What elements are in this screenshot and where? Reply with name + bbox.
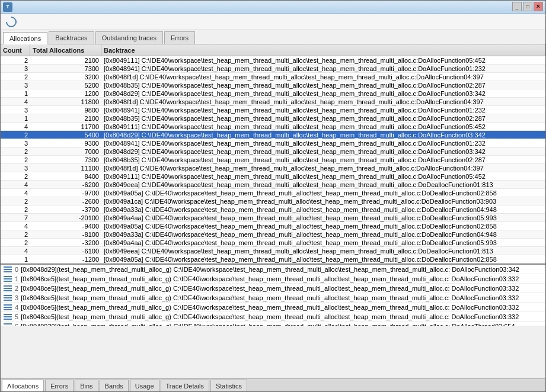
cell-total: -3200 — [30, 239, 101, 246]
stack-icon — [3, 314, 12, 320]
cell-backtrace: [0x8049111] C:\IDE40\workspace\test_heap… — [101, 56, 545, 64]
cell-backtrace: [0x8048f1d] C:\IDE40\workspace\test_heap… — [101, 98, 545, 105]
cell-count: 2 — [1, 73, 30, 81]
refresh-button[interactable] — [4, 15, 18, 28]
minimize-button[interactable]: _ — [512, 2, 522, 11]
item-text: [0x8048ce5](test_heap_mem_thread_multi_a… — [21, 294, 519, 301]
allocations-table-area: Count Total Allocations Backtrace 22100[… — [1, 44, 545, 264]
maximize-button[interactable]: □ — [523, 2, 532, 11]
bottom-item[interactable]: 1[0x8048ce5](test_heap_mem_thread_multi_… — [1, 274, 545, 284]
title-bar: T _ □ ✕ — [1, 1, 545, 14]
table-row[interactable]: 23200[0x8048f1d] C:\IDE40\workspace\test… — [1, 73, 545, 81]
status-tab-statistics[interactable]: Statistics — [210, 380, 247, 391]
table-row[interactable]: 22100[0x8049111] C:\IDE40\workspace\test… — [1, 56, 545, 65]
cell-backtrace: [0x8048b35] C:\IDE40\workspace\test_heap… — [101, 156, 545, 163]
cell-backtrace: [0x8048b35] C:\IDE40\workspace\test_heap… — [101, 114, 545, 122]
cell-backtrace: [0x8049a05a] C:\IDE40\workspace\test_hea… — [101, 189, 545, 197]
stack-icon — [3, 285, 12, 291]
status-tab-usage[interactable]: Usage — [130, 380, 159, 391]
cell-total: 2100 — [30, 114, 101, 122]
table-row[interactable]: 411700[0x8049111] C:\IDE40\workspace\tes… — [1, 123, 545, 131]
item-index: 2 — [15, 285, 18, 292]
bottom-item[interactable]: 4[0x8048ce5](test_heap_mem_thread_multi_… — [1, 303, 545, 312]
cell-count: 7 — [1, 214, 30, 221]
cell-count: 2 — [1, 239, 30, 246]
cell-total: 9300 — [30, 139, 101, 147]
toolbar — [1, 14, 545, 30]
close-button[interactable]: ✕ — [534, 2, 543, 11]
table-row[interactable]: 27300[0x8048b35] C:\IDE40\workspace\test… — [1, 156, 545, 164]
cell-total: -9400 — [30, 222, 101, 230]
table-row[interactable]: 37300[0x8048941] C:\IDE40\workspace\test… — [1, 65, 545, 73]
cell-count: 3 — [1, 164, 30, 172]
cell-backtrace: [0x8048941] C:\IDE40\workspace\test_heap… — [101, 65, 545, 72]
table-row[interactable]: 11200[0x8048d29] C:\IDE40\workspace\test… — [1, 89, 545, 98]
table-row[interactable]: 2-3700[0x8049a33a] C:\IDE40\workspace\te… — [1, 205, 545, 214]
bottom-item[interactable]: 5[0x8048ce5](test_heap_mem_thread_multi_… — [1, 312, 545, 322]
item-index: 5 — [15, 313, 18, 320]
status-tab-bands[interactable]: Bands — [100, 380, 129, 391]
table-row[interactable]: 39800[0x8048941] C:\IDE40\workspace\test… — [1, 106, 545, 114]
status-tab-errors[interactable]: Errors — [45, 380, 74, 391]
item-text: [0x8048ce5](test_heap_mem_thread_multi_a… — [21, 313, 519, 320]
cell-backtrace: [0x8049a4aa] C:\IDE40\workspace\test_hea… — [101, 214, 545, 221]
cell-backtrace: [0x8048941] C:\IDE40\workspace\test_heap… — [101, 139, 545, 147]
cell-backtrace: [0x8048d29] C:\IDE40\workspace\test_heap… — [101, 89, 545, 97]
cell-backtrace: [0x8049a33a] C:\IDE40\workspace\test_hea… — [101, 205, 545, 213]
cell-count: 2 — [1, 205, 30, 213]
table-row[interactable]: 2-3200[0x8049a4aa] C:\IDE40\workspace\te… — [1, 239, 545, 247]
table-row[interactable]: 25400[0x8048d29] C:\IDE40\workspace\test… — [1, 131, 545, 139]
table-row[interactable]: 28400[0x8049111] C:\IDE40\workspace\test… — [1, 172, 545, 181]
tab-errors[interactable]: Errors — [164, 31, 195, 44]
cell-backtrace: [0x8049eea] C:\IDE40\workspace\test_heap… — [101, 181, 545, 188]
item-text: [0x8048ce5](test_heap_mem_thread_multi_a… — [21, 304, 519, 311]
table-row[interactable]: 27000[0x8048d29] C:\IDE40\workspace\test… — [1, 147, 545, 156]
cell-backtrace: [0x8048941] C:\IDE40\workspace\test_heap… — [101, 106, 545, 114]
status-tab-bins[interactable]: Bins — [75, 380, 98, 391]
cell-total: 7300 — [30, 156, 101, 163]
stack-icon — [3, 295, 12, 301]
cell-count: 4 — [1, 98, 30, 105]
cell-count: 2 — [1, 172, 30, 180]
cell-backtrace: [0x8049111] C:\IDE40\workspace\test_heap… — [101, 123, 545, 130]
table-row[interactable]: 4-6100[0x8049eea] C:\IDE40\workspace\tes… — [1, 247, 545, 255]
table-row[interactable]: 7-20100[0x8049a4aa] C:\IDE40\workspace\t… — [1, 214, 545, 222]
cell-count: 4 — [1, 189, 30, 197]
status-tab-allocations[interactable]: Allocations — [2, 380, 44, 391]
table-body[interactable]: 22100[0x8049111] C:\IDE40\workspace\test… — [1, 56, 545, 264]
table-row[interactable]: 4-6200[0x8049eea] C:\IDE40\workspace\tes… — [1, 181, 545, 189]
bottom-item[interactable]: 3[0x8048ce5](test_heap_mem_thread_multi_… — [1, 293, 545, 303]
bottom-item[interactable]: 6[0x8049939](test_heap_mem_thread_multi_… — [1, 322, 545, 326]
cell-total: -2600 — [30, 197, 101, 205]
table-row[interactable]: 2-2600[0x8049a1ca] C:\IDE40\workspace\te… — [1, 197, 545, 205]
bottom-item[interactable]: 0[0x8048d29](test_heap_mem_thread_multi_… — [1, 265, 545, 274]
bottom-item[interactable]: 2[0x8048ce5](test_heap_mem_thread_multi_… — [1, 284, 545, 293]
status-tab-trace-details[interactable]: Trace Details — [161, 380, 209, 391]
tab-allocations[interactable]: Allocations — [3, 32, 47, 44]
table-row[interactable]: 12100[0x8048b35] C:\IDE40\workspace\test… — [1, 114, 545, 123]
refresh-icon — [4, 14, 18, 29]
cell-count: 1 — [1, 114, 30, 122]
cell-count: 4 — [1, 123, 30, 130]
cell-total: -6200 — [30, 181, 101, 188]
table-row[interactable]: 311100[0x8048f1d] C:\IDE40\workspace\tes… — [1, 164, 545, 172]
tab-outstanding-traces[interactable]: Outstanding traces — [95, 31, 163, 44]
bottom-panel[interactable]: 0[0x8048d29](test_heap_mem_thread_multi_… — [1, 264, 545, 326]
table-row[interactable]: 1-1200[0x8049a05a] C:\IDE40\workspace\te… — [1, 255, 545, 264]
cell-count: 2 — [1, 156, 30, 163]
cell-total: 8400 — [30, 172, 101, 180]
table-row[interactable]: 2-8100[0x8049a33a] C:\IDE40\workspace\te… — [1, 230, 545, 239]
table-row[interactable]: 35200[0x8048b35] C:\IDE40\workspace\test… — [1, 81, 545, 89]
table-row[interactable]: 4-9400[0x8049a05a] C:\IDE40\workspace\te… — [1, 222, 545, 230]
cell-total: 1200 — [30, 89, 101, 97]
status-bar: AllocationsErrorsBinsBandsUsageTrace Det… — [1, 378, 545, 391]
cell-backtrace: [0x8049a05a] C:\IDE40\workspace\test_hea… — [101, 222, 545, 230]
tab-backtraces[interactable]: Backtraces — [49, 31, 94, 44]
stack-icon — [3, 266, 12, 272]
table-row[interactable]: 411800[0x8048f1d] C:\IDE40\workspace\tes… — [1, 98, 545, 106]
table-header: Count Total Allocations Backtrace — [1, 44, 545, 56]
cell-count: 1 — [1, 255, 30, 263]
cell-count: 3 — [1, 139, 30, 147]
table-row[interactable]: 39300[0x8048941] C:\IDE40\workspace\test… — [1, 139, 545, 147]
table-row[interactable]: 4-9700[0x8049a05a] C:\IDE40\workspace\te… — [1, 189, 545, 197]
